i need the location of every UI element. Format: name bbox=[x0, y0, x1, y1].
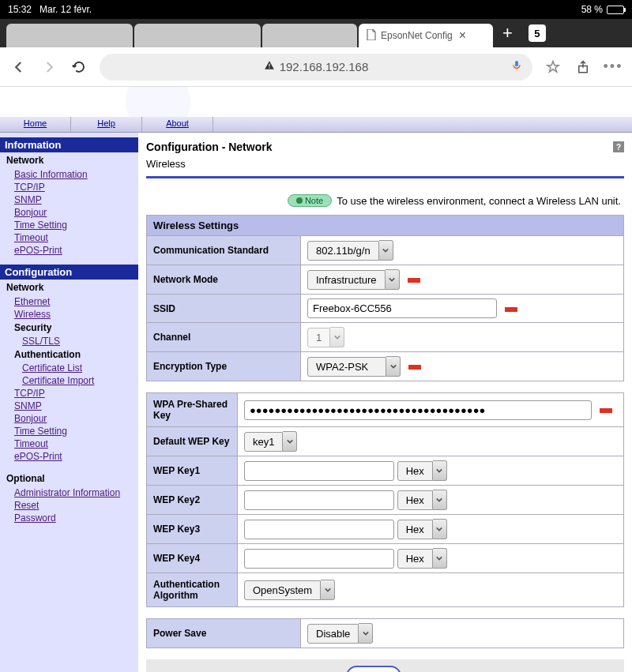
url-text: 192.168.192.168 bbox=[280, 60, 369, 73]
share-button[interactable] bbox=[574, 58, 592, 77]
label-comm-std: Communication Standard bbox=[147, 236, 301, 265]
note-text: To use the wireless environment, connect… bbox=[337, 195, 621, 207]
page-subtitle: Wireless bbox=[146, 155, 624, 178]
menu-help[interactable]: Help bbox=[71, 117, 142, 132]
brand-label: EPSON bbox=[584, 96, 623, 108]
sidebar-header-information: Information bbox=[0, 137, 138, 152]
label-wep4: WEP Key4 bbox=[147, 544, 238, 573]
battery-icon bbox=[607, 6, 624, 14]
sidebar-link-cfg-time[interactable]: Time Setting bbox=[0, 425, 138, 437]
document-icon bbox=[367, 29, 376, 43]
sidebar-link-cfg-tcpip[interactable]: TCP/IP bbox=[0, 387, 138, 400]
select-power[interactable]: Disable bbox=[307, 623, 373, 644]
required-marker bbox=[600, 408, 612, 413]
select-comm-std[interactable]: 802.11b/g/n bbox=[307, 240, 393, 261]
page-title: Configuration - Network bbox=[146, 141, 272, 153]
input-wep1[interactable] bbox=[244, 461, 394, 481]
input-wep4[interactable] bbox=[244, 549, 394, 569]
select-netmode[interactable]: Infrastructure bbox=[307, 269, 400, 290]
select-auth[interactable]: OpenSystem bbox=[244, 580, 335, 600]
submit-row: Send bbox=[146, 659, 624, 672]
status-date: Mar. 12 févr. bbox=[40, 4, 92, 15]
browser-tab-active[interactable]: EpsonNet Config × bbox=[359, 24, 493, 47]
sidebar-link-cfg-snmp[interactable]: SNMP bbox=[0, 400, 138, 412]
address-bar[interactable]: 192.168.192.168 bbox=[100, 54, 532, 81]
tab-title: EpsonNet Config bbox=[381, 30, 453, 41]
select-wep1-fmt[interactable]: Hex bbox=[397, 460, 447, 481]
select-wep4-fmt[interactable]: Hex bbox=[397, 548, 447, 569]
label-wep3: WEP Key3 bbox=[147, 515, 238, 544]
sidebar-link-basic-info[interactable]: Basic Information bbox=[0, 168, 138, 181]
sidebar-link-cfg-bonjour[interactable]: Bonjour bbox=[0, 412, 138, 425]
sidebar-header-configuration: Configuration bbox=[0, 265, 138, 280]
sidebar-link-cfg-timeout[interactable]: Timeout bbox=[0, 437, 138, 450]
label-wep2: WEP Key2 bbox=[147, 486, 238, 515]
label-encryption: Encryption Type bbox=[147, 352, 301, 381]
sidebar-link-timeout[interactable]: Timeout bbox=[0, 231, 138, 244]
label-defwep: Default WEP Key bbox=[147, 427, 238, 456]
forward-button[interactable] bbox=[40, 58, 58, 77]
section-header: Wireless Settings bbox=[147, 216, 624, 236]
sidebar-group-network: Network bbox=[0, 152, 138, 168]
input-wep3[interactable] bbox=[244, 520, 394, 539]
browser-tab[interactable] bbox=[134, 24, 261, 47]
browser-tab[interactable] bbox=[6, 24, 133, 47]
sidebar-link-certimport[interactable]: Certificate Import bbox=[0, 374, 138, 387]
required-marker bbox=[505, 307, 517, 312]
required-marker bbox=[408, 278, 420, 283]
browser-tab[interactable] bbox=[262, 24, 357, 47]
input-psk[interactable] bbox=[244, 400, 592, 420]
select-channel[interactable]: 1 bbox=[307, 327, 344, 347]
required-marker bbox=[408, 365, 421, 370]
send-button[interactable]: Send bbox=[346, 666, 401, 672]
new-tab-button[interactable]: + bbox=[495, 23, 521, 43]
battery-percent: 58 % bbox=[581, 4, 603, 15]
sidebar-link-tcpip[interactable]: TCP/IP bbox=[0, 181, 138, 193]
svg-rect-0 bbox=[269, 64, 269, 67]
wireless-settings-table: Wireless Settings Communication Standard… bbox=[146, 215, 624, 381]
label-psk: WPA Pre-Shared Key bbox=[147, 393, 238, 427]
help-icon[interactable]: ? bbox=[613, 141, 624, 152]
browser-toolbar: 192.168.192.168 ••• bbox=[0, 47, 632, 87]
key-settings-table: WPA Pre-Shared Key Default WEP Key key1 … bbox=[146, 392, 624, 607]
sidebar-link-snmp[interactable]: SNMP bbox=[0, 193, 138, 206]
more-button[interactable]: ••• bbox=[604, 58, 623, 77]
label-netmode: Network Mode bbox=[147, 265, 301, 295]
select-wep2-fmt[interactable]: Hex bbox=[397, 490, 447, 510]
back-button[interactable] bbox=[9, 58, 28, 77]
sidebar-link-cfg-epos[interactable]: ePOS-Print bbox=[0, 450, 138, 463]
sidebar-group-optional: Optional bbox=[0, 471, 138, 486]
svg-rect-2 bbox=[515, 61, 518, 66]
select-defwep[interactable]: key1 bbox=[244, 431, 297, 452]
sidebar: Information Network Basic Information TC… bbox=[0, 133, 138, 672]
sidebar-link-bonjour[interactable]: Bonjour bbox=[0, 206, 138, 219]
sidebar-link-certlist[interactable]: Certificate List bbox=[0, 362, 138, 374]
sidebar-link-epos[interactable]: ePOS-Print bbox=[0, 244, 138, 257]
sidebar-group-authentication: Authentication bbox=[0, 347, 138, 362]
insecure-icon bbox=[264, 60, 275, 73]
close-icon[interactable]: × bbox=[459, 28, 466, 43]
reload-button[interactable] bbox=[70, 58, 88, 77]
sidebar-link-time[interactable]: Time Setting bbox=[0, 219, 138, 231]
sidebar-link-admin[interactable]: Administrator Information bbox=[0, 486, 138, 499]
input-ssid[interactable] bbox=[307, 298, 497, 318]
sidebar-link-wireless[interactable]: Wireless bbox=[0, 308, 138, 321]
tab-count-button[interactable]: 5 bbox=[529, 24, 546, 42]
menu-home[interactable]: Home bbox=[0, 117, 71, 132]
sidebar-link-ethernet[interactable]: Ethernet bbox=[0, 295, 138, 308]
label-channel: Channel bbox=[147, 323, 301, 352]
sidebar-link-ssltls[interactable]: SSL/TLS bbox=[0, 335, 138, 347]
select-wep3-fmt[interactable]: Hex bbox=[397, 519, 447, 539]
sidebar-link-password[interactable]: Password bbox=[0, 512, 138, 524]
note-badge: Note bbox=[288, 194, 332, 207]
status-bar: 15:32 Mar. 12 févr. 58 % bbox=[0, 0, 632, 19]
power-table: Power Save Disable bbox=[146, 618, 624, 648]
product-logo: EpsonNetConfig bbox=[9, 91, 78, 113]
menu-about[interactable]: About bbox=[142, 117, 213, 132]
select-encryption[interactable]: WPA2-PSK bbox=[307, 356, 401, 377]
sidebar-link-reset[interactable]: Reset bbox=[0, 499, 138, 512]
bookmark-button[interactable] bbox=[544, 58, 562, 77]
sidebar-group-security: Security bbox=[0, 321, 138, 335]
input-wep2[interactable] bbox=[244, 490, 394, 510]
voice-search-icon[interactable] bbox=[510, 59, 523, 74]
